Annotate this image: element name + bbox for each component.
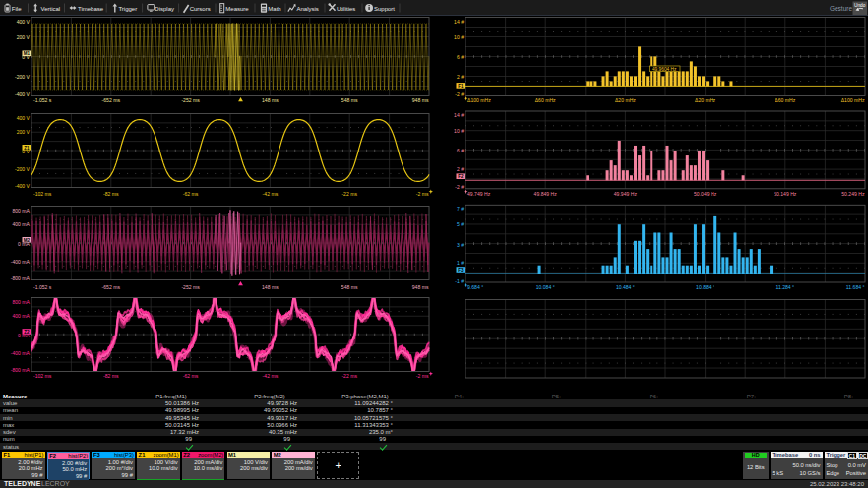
svg-text:50.249 Hz: 50.249 Hz	[841, 191, 865, 197]
svg-text:50.049 Hz: 50.049 Hz	[694, 191, 717, 197]
svg-text:-1.052 s: -1.052 s	[33, 97, 52, 103]
svg-text:-62 ms: -62 ms	[183, 191, 199, 197]
svg-text:400 mA: 400 mA	[12, 313, 30, 319]
svg-text:9.684 °: 9.684 °	[467, 284, 483, 290]
svg-text:-2 ms: -2 ms	[416, 373, 429, 379]
svg-text:Z2: Z2	[24, 330, 30, 335]
svg-text:1 #: 1 #	[457, 260, 464, 266]
svg-text:-652 ms: -652 ms	[102, 97, 121, 103]
svg-text:-102 ms: -102 ms	[33, 191, 52, 197]
svg-text:-82 ms: -82 ms	[103, 191, 119, 197]
svg-text:3 #: 3 #	[457, 242, 464, 248]
svg-text:10 #: 10 #	[454, 128, 464, 134]
svg-text:11.684 °: 11.684 °	[846, 284, 865, 290]
svg-text:49.849 Hz: 49.849 Hz	[534, 191, 558, 197]
svg-text:-2 ms: -2 ms	[416, 191, 429, 197]
svg-text:-800 mA: -800 mA	[11, 367, 31, 373]
svg-text:Δ60 mHz: Δ60 mHz	[535, 97, 556, 103]
svg-text:F2: F2	[458, 174, 464, 179]
svg-text:948 ms: 948 ms	[412, 284, 429, 290]
svg-text:50.149 Hz: 50.149 Hz	[774, 191, 797, 197]
svg-text:Δ20 mHz: Δ20 mHz	[695, 97, 715, 103]
svg-text:-200 V: -200 V	[15, 74, 31, 80]
svg-text:800 mA: 800 mA	[12, 299, 30, 305]
svg-text:6 #: 6 #	[457, 148, 464, 153]
svg-text:-62 ms: -62 ms	[183, 373, 199, 379]
svg-text:Z1: Z1	[24, 146, 30, 151]
svg-text:-252 ms: -252 ms	[181, 284, 200, 290]
svg-text:800 mA: 800 mA	[12, 208, 30, 214]
svg-text:49.949 Hz: 49.949 Hz	[614, 191, 638, 197]
svg-text:49.9604 Hz: 49.9604 Hz	[652, 67, 677, 72]
svg-text:-400 V: -400 V	[15, 92, 31, 97]
svg-text:-2 #: -2 #	[455, 92, 464, 97]
svg-text:M2: M2	[24, 238, 31, 243]
svg-text:10.884 °: 10.884 °	[696, 284, 714, 290]
svg-text:2 #: 2 #	[457, 166, 464, 172]
svg-text:F3: F3	[458, 268, 464, 273]
svg-text:-102 ms: -102 ms	[33, 373, 52, 379]
svg-text:400 V: 400 V	[17, 115, 31, 121]
svg-text:548 ms: 548 ms	[341, 97, 358, 103]
svg-text:14 #: 14 #	[454, 112, 464, 118]
svg-text:10 #: 10 #	[454, 34, 464, 40]
svg-text:148 ms: 148 ms	[262, 284, 279, 290]
svg-text:-22 ms: -22 ms	[341, 191, 357, 197]
svg-text:-400 mA: -400 mA	[11, 350, 31, 356]
svg-text:-400 V: -400 V	[15, 183, 31, 189]
svg-text:14 #: 14 #	[454, 19, 464, 25]
svg-text:548 ms: 548 ms	[341, 284, 358, 290]
svg-text:2 #: 2 #	[457, 74, 464, 80]
svg-text:-82 ms: -82 ms	[103, 373, 119, 379]
svg-text:Δ60 mHz: Δ60 mHz	[775, 97, 795, 103]
svg-text:49.749 Hz: 49.749 Hz	[467, 191, 491, 197]
svg-text:-1.052 s: -1.052 s	[33, 284, 52, 290]
svg-text:400 V: 400 V	[17, 19, 31, 25]
svg-text:10.484 °: 10.484 °	[616, 284, 635, 290]
svg-text:7 #: 7 #	[457, 206, 464, 212]
svg-text:10.084 °: 10.084 °	[536, 284, 555, 290]
svg-text:6 #: 6 #	[457, 54, 464, 60]
svg-text:F1: F1	[458, 84, 464, 89]
svg-text:200 V: 200 V	[17, 34, 31, 40]
svg-text:-652 ms: -652 ms	[102, 284, 121, 290]
svg-text:5 #: 5 #	[457, 221, 464, 227]
svg-text:Δ100 mHz: Δ100 mHz	[841, 97, 865, 103]
svg-text:-200 V: -200 V	[15, 166, 31, 172]
svg-text:148 ms: 148 ms	[262, 97, 279, 103]
svg-text:400 mA: 400 mA	[12, 221, 30, 227]
svg-text:-1 #: -1 #	[455, 278, 464, 284]
svg-text:Δ100 mHz: Δ100 mHz	[467, 97, 491, 103]
svg-text:-800 mA: -800 mA	[11, 275, 31, 281]
svg-text:-22 ms: -22 ms	[341, 373, 357, 379]
svg-text:-252 ms: -252 ms	[181, 97, 200, 103]
svg-text:-2 #: -2 #	[455, 184, 464, 190]
svg-text:-42 ms: -42 ms	[263, 191, 279, 197]
svg-text:11.284 °: 11.284 °	[775, 284, 794, 290]
svg-text:M1: M1	[24, 51, 31, 56]
svg-text:-42 ms: -42 ms	[263, 373, 279, 379]
svg-text:948 ms: 948 ms	[412, 97, 429, 103]
svg-text:Δ20 mHz: Δ20 mHz	[615, 97, 636, 103]
svg-text:-400 mA: -400 mA	[11, 259, 31, 265]
svg-text:200 V: 200 V	[17, 129, 31, 135]
